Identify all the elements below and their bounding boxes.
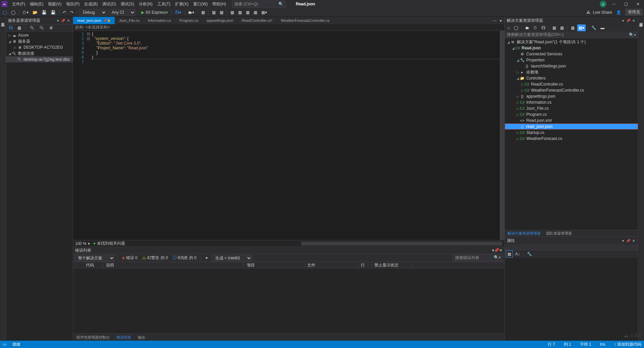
bottom-tab[interactable]: 程序包管理器控制台 [73,334,113,341]
admin-button[interactable]: 管理员 [625,9,643,16]
panel-dropdown-icon[interactable]: ▾ [621,18,625,23]
status-add-source[interactable]: ↑ 添加到源代码 [614,342,641,347]
panel-close-icon[interactable]: ✕ [631,18,636,23]
error-col[interactable]: 行 [358,262,372,268]
prop-cat-icon[interactable]: ▦ [506,251,513,257]
code-content[interactable]: { "system_version": { "Edition": ".Net C… [91,31,500,240]
maximize-button[interactable]: ▢ [621,1,631,7]
solution-node[interactable]: ▷{}appsettings.json [505,93,638,99]
stop-icon[interactable]: ▦ [16,24,22,31]
sol-btn-1[interactable]: 🖿 [524,24,531,31]
zoom-control[interactable]: 100 % ▾ [75,241,90,246]
menu-项目(P)[interactable]: 项目(P) [64,1,82,8]
solution-node[interactable]: ⚙Connected Services [505,51,638,57]
menu-文件(F)[interactable]: 文件(F) [10,1,27,8]
panel-pin-icon[interactable]: 📌 [626,238,631,243]
prop-wrench-icon[interactable]: 🔧 [526,251,533,257]
run-button[interactable]: ▶ IIS Express ▾ [140,9,169,16]
scope-select[interactable]: 整个解决方案 [74,255,115,261]
solution-node[interactable]: ▷C#Json_File.cs [505,105,638,111]
sol-btn-6[interactable]: ▦▾ [577,24,586,31]
nav-fwd-button[interactable]: ◯ [10,9,17,16]
menu-扩展(X)[interactable]: 扩展(X) [173,1,191,8]
error-search[interactable]: 搜索错误列表 🔍▾ [453,254,503,261]
panel-pin-icon[interactable]: 📌 [61,18,65,23]
panel-dropdown-icon[interactable]: ▾ [55,18,60,23]
editor-tab[interactable]: Information.cs [144,17,175,24]
tool-btn-3[interactable]: ▦ [218,9,225,16]
redo-button[interactable]: ↷ [69,9,75,16]
undo-button[interactable]: ↶ [61,9,67,16]
tool-btn-4[interactable]: ▦ [229,9,235,16]
menu-测试(S)[interactable]: 测试(S) [119,1,136,8]
editor-tab[interactable]: WeatherForecastController.cs [277,17,334,24]
menu-视图(V)[interactable]: 视图(V) [46,1,63,8]
panel-close-icon[interactable]: ✕ [631,238,636,243]
tabs-dropdown-icon[interactable]: ⋯ [491,17,498,24]
solution-search[interactable]: 搜索解决方案资源管理器(Ctrl+;) 🔍▾ [505,32,638,38]
menu-窗口(W)[interactable]: 窗口(W) [191,1,210,8]
menu-帮助(H)[interactable]: 帮助(H) [210,1,228,8]
solution-node[interactable]: ▷▸依赖项 [505,69,638,75]
tree-node[interactable]: 🔌desktop-ac7g2eg.test.dbo [6,56,73,62]
minimize-button[interactable]: ─ [609,1,619,7]
tree-node[interactable]: ▷☁Azure [6,32,73,38]
code-editor[interactable]: 1234567 ⊟⊟ { "system_version": { "Editio… [73,31,504,240]
sol-btn-2[interactable]: 🗋 [532,24,539,31]
open-button[interactable]: 📂 [31,9,39,16]
build-filter-icon[interactable]: ✦ [204,255,210,261]
save-all-button[interactable]: 💾 [49,9,57,16]
solution-node[interactable]: ▷C#WeatherForecastController.cs [505,87,638,93]
panel-close-icon[interactable]: ✕ [66,18,71,23]
browser-button[interactable]: 🖿▾ [187,9,196,16]
sol-home-icon[interactable]: ⌂ [506,24,511,31]
sol-refresh-icon[interactable]: 🗘 [540,24,547,31]
solution-node[interactable]: ◢🔧Properties [505,57,638,63]
tool-btn-1[interactable]: ▦ [200,9,206,16]
solution-node[interactable]: ◢📁Controllers [505,75,638,81]
bottom-tab[interactable]: 输出 [135,334,149,341]
tree-node[interactable]: ▷🖥DESKTOP-AC7G2EG [6,44,73,50]
editor-tab[interactable]: appsettings.json [203,17,238,24]
editor-tab[interactable]: ReadController.cs* [238,17,277,24]
solution-node[interactable]: ◢C#Read.json [505,45,638,51]
error-col[interactable]: 代码 [83,262,103,268]
panel-pin-icon[interactable]: 📌 [494,248,499,253]
solution-node[interactable]: {}launchSettings.json [505,63,638,69]
editor-tab[interactable]: Json_File.cs [115,17,144,24]
menu-生成(B)[interactable]: 生成(B) [82,1,100,8]
refresh-icon[interactable]: 🗘 [7,24,14,31]
panel-dropdown-icon[interactable]: ▾ [621,238,625,243]
panel-close-icon[interactable]: ✕ [499,248,502,253]
connect-icon[interactable]: 🔌 [28,24,36,31]
tab-solution-explorer[interactable]: 解决方案资源管理器 [505,230,543,237]
search-box[interactable]: 搜索 (Ctrl+Q) 🔍 [232,1,286,8]
menu-工具(T)[interactable]: 工具(T) [155,1,172,8]
sol-btn-3[interactable]: ▦ [551,24,557,31]
error-col[interactable]: 文件 [305,262,358,268]
editor-scrollbar[interactable] [500,31,504,240]
feedback-icon[interactable]: 👤 [615,9,623,16]
user-avatar[interactable]: u [600,1,606,7]
menu-编辑(E)[interactable]: 编辑(E) [28,1,45,8]
error-col[interactable]: 项目 [244,262,305,268]
save-button[interactable]: 💾 [40,9,48,16]
tool-btn-7[interactable]: ▦ [252,9,259,16]
sol-btn-4[interactable]: ▦ [559,24,565,31]
tab-team-explorer[interactable]: 团队资源管理器 [543,230,575,237]
crumb-value[interactable]: <未选择架构> [85,24,110,30]
platform-select[interactable]: Any CPU [108,9,136,16]
tool-btn-8[interactable]: ▦▾ [260,9,268,16]
warnings-filter[interactable]: ⚠42警告 的 0 [141,255,169,261]
panel-pin-icon[interactable]: 📌 [626,18,631,23]
error-col[interactable]: 禁止显示状态 [372,262,412,268]
properties-dropdown[interactable] [505,244,638,250]
editor-tab[interactable]: read_json.json📌 🔒 [73,17,115,24]
solution-node[interactable]: ▷C#ReadController.cs [505,81,638,87]
tree-node[interactable]: ◢🔌数据连接 [6,50,73,56]
solution-node[interactable]: ▷C#Information.cs [505,99,638,105]
new-project-button[interactable]: 🗋▾ [21,9,30,16]
refresh-button[interactable]: 🗘▾ [174,9,182,16]
issues-indicator[interactable]: ● 未找到相关问题 [93,241,125,246]
connect-icon-3[interactable]: 🖥 [48,24,54,31]
